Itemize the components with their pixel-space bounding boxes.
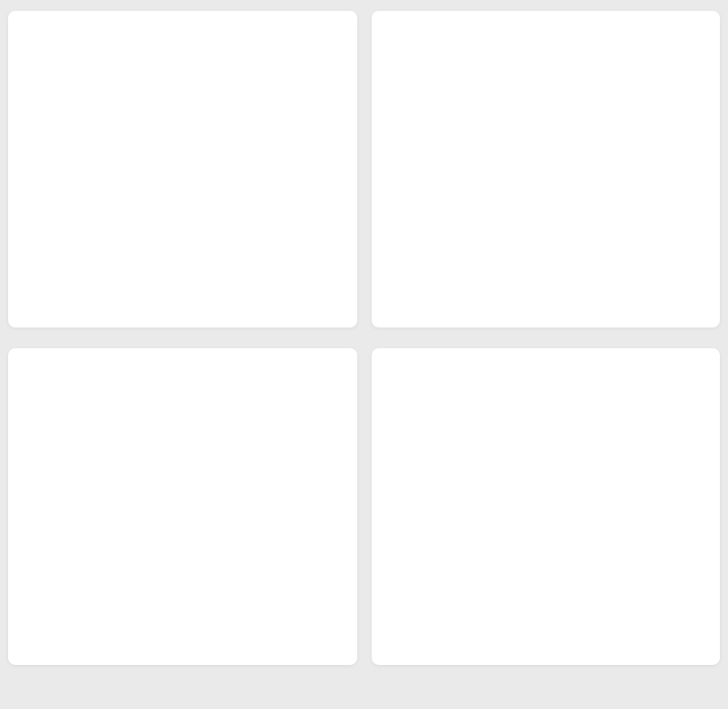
card-symbol <box>372 348 721 665</box>
panel-volume <box>8 342 357 665</box>
buy-sell-chart <box>372 11 721 328</box>
card-volume <box>8 348 357 665</box>
panel-symbol <box>372 342 721 665</box>
symbol-chart <box>372 348 721 665</box>
card-buy-sell <box>372 11 721 328</box>
card-open-time-hour <box>8 11 357 328</box>
panel-open-time-hour <box>8 4 357 328</box>
panel-buy-sell <box>372 4 721 328</box>
dashboard <box>0 0 728 709</box>
volume-chart <box>8 348 357 665</box>
open-time-hour-chart <box>8 11 357 328</box>
dashboard-grid <box>8 4 720 665</box>
